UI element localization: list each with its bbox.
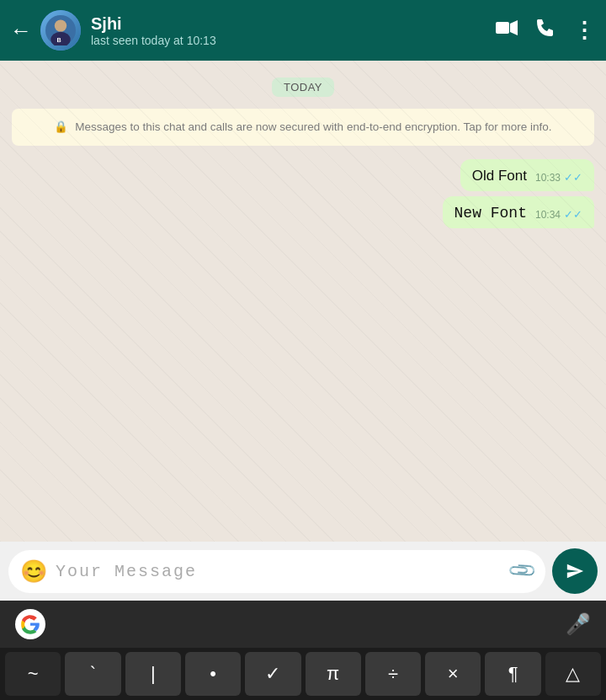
message-meta: 10:34 ✓✓ — [535, 208, 582, 221]
security-notice[interactable]: 🔒 Messages to this chat and calls are no… — [12, 109, 594, 146]
message-time: 10:34 — [535, 209, 561, 221]
key-pi[interactable]: π — [306, 652, 361, 696]
read-receipt-icon: ✓✓ — [564, 208, 582, 221]
chat-header: ← B Sjhi last seen today at 10:13 — [0, 0, 606, 61]
key-pilcrow[interactable]: ¶ — [485, 652, 540, 696]
contact-avatar[interactable]: B — [40, 10, 81, 51]
key-divide[interactable]: ÷ — [365, 652, 421, 696]
send-icon — [566, 562, 584, 580]
key-checkmark[interactable]: ✓ — [245, 652, 300, 696]
video-call-icon[interactable] — [496, 19, 518, 41]
voice-call-icon[interactable] — [536, 19, 555, 42]
svg-text:B: B — [57, 36, 61, 44]
avatar-image: B — [45, 15, 76, 45]
back-button[interactable]: ← — [10, 18, 32, 44]
message-bubble: New Font 10:34 ✓✓ — [443, 196, 594, 228]
key-backtick[interactable]: ` — [65, 652, 120, 696]
contact-info[interactable]: Sjhi last seen today at 10:13 — [91, 13, 496, 47]
read-receipt-icon: ✓✓ — [564, 171, 582, 184]
send-button[interactable] — [552, 548, 598, 594]
input-wrapper: 😊 Your Message 📎 — [8, 550, 545, 593]
keyboard-row: ~ ` | • ✓ π ÷ × ¶ △ — [0, 648, 606, 700]
svg-rect-4 — [496, 22, 509, 34]
lock-icon: 🔒 — [54, 120, 68, 133]
security-notice-text: Messages to this chat and calls are now … — [75, 120, 551, 133]
more-options-icon[interactable]: ⋮ — [573, 18, 596, 44]
key-pipe[interactable]: | — [125, 652, 181, 696]
message-input-placeholder[interactable]: Your Message — [56, 562, 502, 581]
key-bullet[interactable]: • — [185, 652, 241, 696]
message-bubble: Old Font 10:33 ✓✓ — [460, 159, 594, 191]
keyboard: 🎤 ~ ` | • ✓ π ÷ × ¶ △ — [0, 601, 606, 700]
emoji-button[interactable]: 😊 — [20, 558, 47, 585]
message-text: Old Font — [472, 168, 527, 184]
message-list: Old Font 10:33 ✓✓ New Font 10:34 ✓✓ — [12, 159, 594, 228]
message-input-bar: 😊 Your Message 📎 — [0, 542, 606, 601]
key-tilde[interactable]: ~ — [5, 652, 61, 696]
keyboard-toolbar: 🎤 — [0, 601, 606, 648]
header-action-icons: ⋮ — [496, 18, 596, 44]
contact-name: Sjhi — [91, 13, 496, 34]
key-multiply[interactable]: × — [425, 652, 481, 696]
chat-area: TODAY 🔒 Messages to this chat and calls … — [0, 61, 606, 542]
message-text: New Font — [454, 205, 527, 222]
svg-marker-5 — [510, 20, 518, 35]
svg-point-1 — [55, 19, 66, 31]
contact-status: last seen today at 10:13 — [91, 34, 496, 47]
google-g-icon — [15, 609, 45, 639]
microphone-icon[interactable]: 🎤 — [566, 612, 591, 636]
attach-button[interactable]: 📎 — [507, 555, 538, 586]
date-label: TODAY — [272, 77, 334, 97]
key-triangle[interactable]: △ — [545, 652, 601, 696]
date-separator: TODAY — [12, 77, 594, 97]
message-meta: 10:33 ✓✓ — [535, 171, 582, 184]
message-time: 10:33 — [535, 172, 561, 184]
